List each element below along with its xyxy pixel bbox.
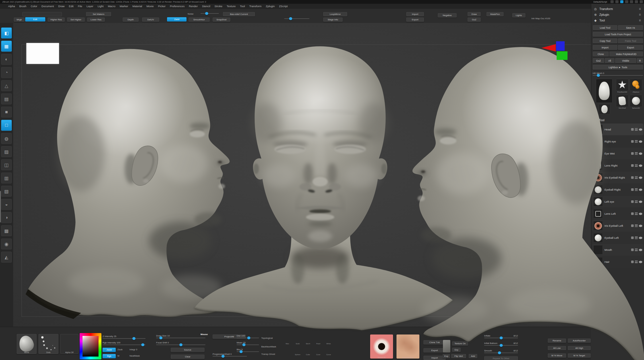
- layers-icon[interactable]: [635, 152, 638, 155]
- quickpick-zsphere[interactable]: [630, 79, 642, 91]
- pen-icon[interactable]: [631, 152, 634, 155]
- menu-zscript[interactable]: ZScript: [279, 5, 288, 8]
- dock-tile-16-icon[interactable]: ▩: [1, 225, 12, 236]
- pen-icon[interactable]: [631, 188, 634, 191]
- shelf-slider-item[interactable]: [284, 18, 309, 22]
- shelf-button-stage-info[interactable]: Stage Info: [323, 17, 343, 22]
- bottom-button-repeat-to-other[interactable]: Repeat To Other: [484, 356, 518, 360]
- bottom-button-add[interactable]: Add: [469, 354, 477, 358]
- bottom-slider-focal-shift-0[interactable]: Focal Shift 0: [156, 341, 205, 345]
- bottom-slider-knob[interactable]: [242, 343, 246, 346]
- bottom-slider-inflate[interactable]: Inflate8/12: [484, 334, 518, 339]
- shelf-button-draw[interactable]: Draw: [468, 12, 481, 16]
- dock-tile-7-icon[interactable]: ■: [1, 107, 12, 118]
- layers-icon[interactable]: [635, 249, 638, 251]
- menu-movie[interactable]: Movie: [146, 5, 154, 8]
- quickpick-skinshell[interactable]: [616, 95, 629, 107]
- dock-tile-6-icon[interactable]: ▤: [1, 93, 12, 104]
- layers-icon[interactable]: [635, 261, 638, 263]
- eye-icon[interactable]: [639, 152, 642, 155]
- shelf-button-zadd[interactable]: Zadd: [167, 17, 186, 21]
- eye-icon[interactable]: [639, 237, 642, 239]
- layers-icon[interactable]: [635, 176, 638, 179]
- shelf-button-lights[interactable]: Lights: [512, 13, 525, 17]
- matcap-pearl[interactable]: [315, 335, 322, 343]
- tool-button-lightbox-tools[interactable]: Lightbox ► Tools: [593, 65, 643, 70]
- current-alpha-tile[interactable]: Alpha Off: [60, 334, 78, 354]
- bottom-slider-track[interactable]: [103, 338, 146, 339]
- pen-icon[interactable]: [631, 236, 634, 239]
- bottom-slider-track[interactable]: [213, 356, 247, 357]
- shelf-slider-knob[interactable]: [205, 12, 208, 15]
- layout-grid-icon[interactable]: [610, 0, 614, 3]
- tool-button-import[interactable]: Import: [593, 45, 617, 50]
- eye-icon[interactable]: [639, 201, 642, 203]
- layers-icon[interactable]: [635, 224, 638, 227]
- subtool-row-lens-right[interactable]: Lens Right: [592, 160, 643, 171]
- shelf-button-negative[interactable]: Negative: [438, 13, 457, 17]
- dock-tile-18-icon[interactable]: ◭: [1, 252, 12, 263]
- bottom-label-topological[interactable]: Topological: [261, 337, 280, 339]
- bottom-slider-knob[interactable]: [500, 336, 503, 339]
- eye-icon[interactable]: [639, 189, 642, 191]
- dock-tile-5-icon[interactable]: △: [1, 80, 12, 91]
- dock-tile-13-icon[interactable]: ▧: [1, 186, 12, 197]
- bottom-slider-track[interactable]: [156, 338, 205, 338]
- matcap-curve[interactable]: [325, 346, 332, 353]
- current-tool-thumbnail[interactable]: [596, 79, 612, 103]
- shelf-label-noise[interactable]: Noise: [188, 13, 200, 15]
- pen-icon[interactable]: [631, 261, 634, 263]
- menu-zplugin[interactable]: Zplugin: [266, 5, 275, 8]
- dock-tile-9-icon[interactable]: ◍: [1, 133, 12, 144]
- subtool-row-lens-left[interactable]: Lens Left: [592, 208, 643, 220]
- layers-icon[interactable]: [635, 212, 638, 215]
- bottom-slider-knob[interactable]: [141, 343, 144, 346]
- bottom-button-all-high[interactable]: All High: [568, 346, 591, 350]
- minimize-icon[interactable]: [635, 0, 638, 3]
- color-picker[interactable]: [80, 333, 101, 359]
- tool-button-paste-tool[interactable]: Paste Tool: [618, 38, 643, 43]
- tray-menu-icon[interactable]: ≣: [639, 8, 642, 10]
- pen-icon[interactable]: [631, 200, 634, 203]
- bottom-button-flip-vert[interactable]: Flip Vert: [451, 354, 466, 358]
- tray-tool[interactable]: ◆Tool≣: [594, 18, 642, 23]
- eye-icon[interactable]: [639, 140, 642, 143]
- bottom-button-exp[interactable]: Exp: [443, 354, 450, 358]
- bottom-label-m[interactable]: M: [117, 355, 124, 357]
- panels-icon[interactable]: [615, 0, 619, 3]
- matcap-white[interactable]: [325, 335, 332, 343]
- bottom-button-rename[interactable]: Rename: [548, 339, 566, 343]
- shelf-button-export[interactable]: Export: [406, 17, 424, 22]
- tool-button-clone[interactable]: Clone: [593, 52, 609, 56]
- menu-tool[interactable]: Tool: [240, 5, 245, 8]
- eye-icon[interactable]: [639, 177, 642, 179]
- bottom-slider-blur-5[interactable]: Blur 5: [237, 348, 259, 352]
- subtool-row-hair[interactable]: Hair: [592, 256, 643, 268]
- matcap-sphere[interactable]: [294, 346, 301, 353]
- shelf-button-deluv[interactable]: DelUV: [142, 17, 159, 22]
- expand-icon[interactable]: [640, 0, 643, 3]
- shelf-button-loopmirror[interactable]: LoopMirror: [323, 12, 347, 16]
- bottom-slider-mean-25[interactable]: Mean 25: [237, 341, 259, 345]
- layers-icon[interactable]: [635, 128, 638, 131]
- eye-icon[interactable]: [639, 261, 642, 263]
- shelf-slider-track[interactable]: [201, 13, 219, 14]
- shelf-button-snapshot[interactable]: SnapShot: [213, 17, 230, 22]
- bottom-slider-knob[interactable]: [221, 355, 225, 358]
- dock-tile-8-icon[interactable]: □: [1, 120, 12, 131]
- menu-light[interactable]: Light: [98, 5, 104, 8]
- bottom-button-clone-txtr[interactable]: Clone Txtr: [423, 340, 446, 345]
- bottom-slider-draw-size-10[interactable]: Draw Size 10: [156, 334, 205, 339]
- pen-icon[interactable]: [631, 128, 634, 131]
- layers-icon[interactable]: [635, 164, 638, 167]
- dock-tile-4-icon[interactable]: ◔: [1, 67, 12, 78]
- bottom-slider-knob[interactable]: [132, 337, 136, 340]
- shelf-button-bas-relief-current[interactable]: Bas-relief Current: [223, 12, 255, 16]
- menu-icon[interactable]: [630, 0, 633, 3]
- shelf-button-lower-res[interactable]: Lower Res: [87, 17, 105, 22]
- tool-button-make-polymesh3d[interactable]: Make PolyMesh3D: [609, 52, 643, 56]
- bottom-slider-track[interactable]: [156, 345, 205, 345]
- bottom-slider-knob[interactable]: [159, 336, 162, 339]
- shelf-slider-knob[interactable]: [289, 17, 292, 20]
- menu-edit[interactable]: Edit: [69, 5, 73, 8]
